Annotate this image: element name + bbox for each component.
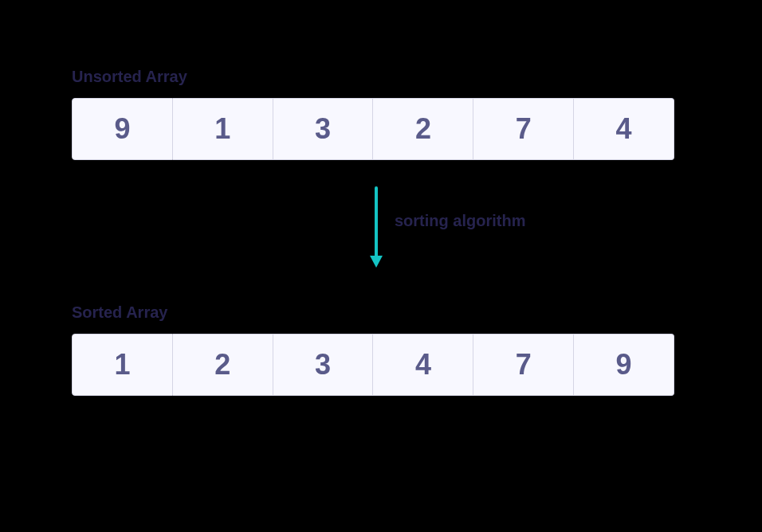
sorted-array: 1 2 3 4 7 9: [72, 334, 674, 396]
svg-marker-1: [370, 256, 383, 268]
arrow-down-icon: [367, 184, 386, 272]
sorted-section: Sorted Array 1 2 3 4 7 9: [72, 303, 690, 396]
array-cell: 4: [373, 334, 473, 396]
array-cell: 7: [473, 98, 574, 160]
sorted-label: Sorted Array: [72, 303, 690, 322]
array-cell: 3: [273, 334, 374, 396]
array-cell: 9: [574, 334, 674, 396]
array-cell: 2: [373, 98, 473, 160]
array-cell: 7: [473, 334, 574, 396]
unsorted-array: 9 1 3 2 7 4: [72, 98, 674, 160]
array-cell: 3: [273, 98, 374, 160]
diagram-container: Unsorted Array 9 1 3 2 7 4 sorting algor…: [72, 68, 690, 396]
array-cell: 1: [173, 98, 273, 160]
array-cell: 9: [72, 98, 173, 160]
array-cell: 1: [72, 334, 173, 396]
arrow-label: sorting algorithm: [395, 212, 525, 230]
array-cell: 4: [574, 98, 674, 160]
array-cell: 2: [173, 334, 273, 396]
arrow-section: sorting algorithm: [72, 176, 690, 288]
unsorted-label: Unsorted Array: [72, 68, 690, 86]
